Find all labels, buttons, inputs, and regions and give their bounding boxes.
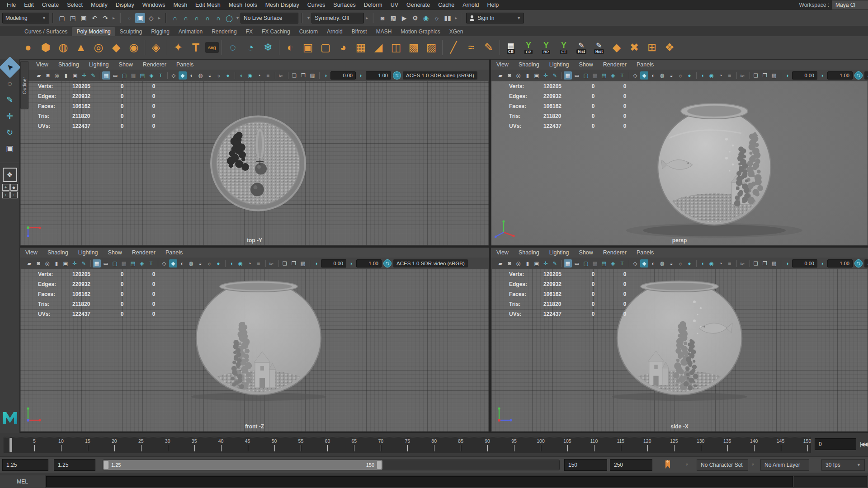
menu-uv[interactable]: UV [387,2,402,8]
viewport-swatch[interactable]: ■ [255,259,263,267]
persp-outliner-layout-button[interactable]: ◆ [10,184,18,191]
svg-tool-icon[interactable]: svg [205,42,219,53]
toolbar-expand-arrow[interactable]: ▸ [455,15,457,20]
viewport-menu-show[interactable]: Show [579,249,593,256]
poly-superellipse-icon[interactable]: ✦ [170,38,186,57]
shelf-tab-rigging[interactable]: Rigging [146,27,174,36]
field-chart-icon[interactable]: ▤ [129,259,137,267]
menu-set-selector[interactable]: Modeling▼ [2,13,49,23]
channel-box-shelf-button[interactable]: ▤CB [503,38,519,57]
shelf-tab-arnold[interactable]: Arnold [322,27,347,36]
workspace-selector[interactable]: Workspace : Maya Cl [799,0,868,10]
camera-icon[interactable]: ▰ [496,259,505,267]
viewport-persp[interactable]: ViewShadingLightingShowRendererPanels▰◙◎… [491,60,868,246]
snap-to-curves-icon[interactable]: ∩ [181,13,191,23]
playback-start-field[interactable]: 1.25 [54,459,95,471]
viewport-side[interactable]: ViewShadingLightingShowRendererPanels▰◙◎… [491,248,868,432]
combine-icon[interactable]: ▣ [300,38,316,57]
safe-title-icon[interactable]: T [147,259,155,267]
viewport-menu-shading[interactable]: Shading [519,61,539,68]
gamma-field[interactable]: 1.00 [356,259,382,267]
smooth-shade-icon[interactable]: ◆ [169,259,177,267]
exposure-field[interactable]: 0.00 [330,71,356,80]
save-scene-icon[interactable]: ▣ [79,13,89,23]
snapshot-icon[interactable]: ❏ [290,71,298,80]
menu-arnold[interactable]: Arnold [458,2,483,8]
image-plane-icon[interactable]: ▣ [61,259,70,267]
default-material-icon[interactable]: ◒ [667,71,675,80]
undo-icon[interactable]: ↶ [90,13,99,23]
field-chart-icon[interactable]: ▤ [138,71,146,80]
bookmark-icon[interactable]: ▮ [524,259,532,267]
exposure-icon[interactable]: ◑ [312,259,320,267]
shelf-tab-bifrost[interactable]: Bifrost [347,27,372,36]
resolution-gate-icon[interactable]: ▢ [120,71,128,80]
smooth-shade-icon[interactable]: ◆ [640,259,648,267]
character-set-menu-arrow[interactable]: ▿ [686,462,688,467]
lasso-tool[interactable]: ◌ [2,76,18,91]
gate-mask-icon[interactable]: ▩ [129,71,137,80]
poly-cone-icon[interactable]: ▲ [73,38,89,57]
live-surface-field[interactable]: No Live Surface [241,13,298,23]
isolate-select-icon[interactable]: ▻ [268,259,276,267]
exposure-field[interactable]: 0.00 [792,71,817,80]
default-material-icon[interactable]: ◒ [667,259,675,267]
occlusion-icon[interactable]: ◖ [237,71,245,80]
snowflake-icon[interactable]: ❄ [260,38,276,57]
snap-to-view-planes-icon[interactable]: ∩ [213,13,223,23]
menu-select[interactable]: Select [63,2,87,8]
exposure-icon[interactable]: ◑ [321,71,330,80]
bookmark-icon[interactable]: ▮ [62,71,70,80]
film-gate-icon[interactable]: ▭ [573,71,581,80]
wireframe-on-shaded-icon[interactable]: ◍ [658,71,666,80]
panel-grid-icon[interactable]: ⊞ [644,38,660,57]
camera-attributes-icon[interactable]: ◎ [514,259,523,267]
wireframe-on-shaded-icon[interactable]: ◍ [658,259,666,267]
shelf-tab-motion-graphics[interactable]: Motion Graphics [396,27,444,36]
viewport-menu-shading[interactable]: Shading [47,249,68,256]
redo-icon[interactable]: ↷ [100,13,110,23]
menu-surfaces[interactable]: Surfaces [329,2,359,8]
animation-start-field[interactable]: 1.25 [2,459,48,471]
motion-blur-icon[interactable]: ◔ [245,259,254,267]
render-view-icon[interactable]: ◙ [377,13,387,23]
type-tool-icon[interactable]: T [188,38,204,57]
default-material-icon[interactable]: ◒ [206,71,214,80]
poly-disc-icon[interactable]: ◉ [126,38,142,57]
workspace-value[interactable]: Maya Cl [832,0,868,9]
multi-pass-icon[interactable]: ❐ [290,259,298,267]
safe-action-icon[interactable]: ◈ [609,71,617,80]
color-management-icon[interactable]: ⇆ [854,259,863,267]
image-plane-icon[interactable]: ▣ [533,259,541,267]
antialias-icon[interactable]: ◉ [708,71,716,80]
wireframe-on-shaded-icon[interactable]: ◍ [187,259,195,267]
grease-pencil-icon[interactable]: ✎ [551,71,559,80]
symmetry-menu-arrow[interactable]: ▾ [307,15,310,20]
viewport-menu-show[interactable]: Show [579,61,593,68]
grid-icon[interactable]: ▦ [564,71,572,80]
shelf-tab-rendering[interactable]: Rendering [207,27,241,36]
viewport-menu-renderer[interactable]: Renderer [603,249,627,256]
lock-camera-icon[interactable]: ◙ [44,71,52,80]
grid-icon[interactable]: ▦ [564,259,572,267]
shelf-tab-sculpting[interactable]: Sculpting [115,27,146,36]
viewport-swatch[interactable]: ■ [726,71,734,80]
viewport-menu-lighting[interactable]: Lighting [549,249,569,256]
snapshot-icon[interactable]: ❏ [752,71,760,80]
poly-plane-icon[interactable]: ◆ [108,38,124,57]
gamma-field[interactable]: 1.00 [827,71,853,80]
xray-icon[interactable]: ▨ [770,71,778,80]
multi-cut-icon[interactable]: ╱ [445,38,462,57]
time-node-icon[interactable]: ◔ [242,38,259,57]
bookmark-icon[interactable]: ▮ [52,259,61,267]
color-management-icon[interactable]: ⇆ [383,259,392,267]
toolbar-expand-arrow[interactable]: ▸ [158,15,160,20]
grid-icon[interactable]: ▦ [93,259,101,267]
viewport-menu-renderer[interactable]: Renderer [143,61,166,68]
edge-flow-icon[interactable]: ≈ [463,38,479,57]
xray-icon[interactable]: ▨ [770,259,778,267]
shadows-icon[interactable]: ● [214,259,222,267]
pan-zoom-icon[interactable]: ✛ [71,259,79,267]
viewport-swatch[interactable]: ■ [726,259,734,267]
menu-windows[interactable]: Windows [138,2,170,8]
